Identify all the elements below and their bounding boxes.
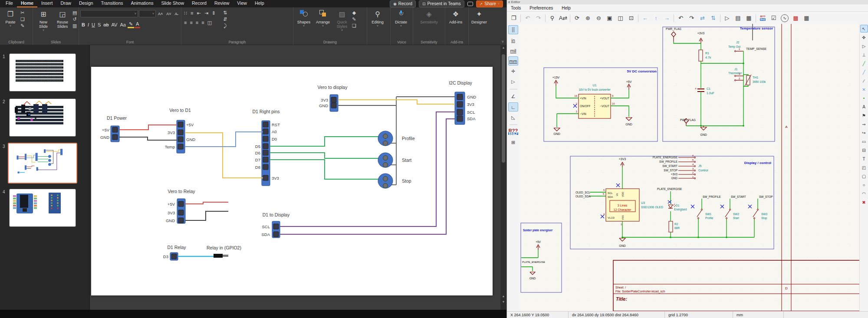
increase-indent-button[interactable]: ⇥ <box>203 10 210 16</box>
convert-smartart-button[interactable]: ⤸ <box>223 23 227 28</box>
clear-formatting-button[interactable]: A̶ <box>174 11 179 17</box>
line-spacing-button[interactable]: ⇕ <box>210 10 217 16</box>
nav-forward-icon[interactable]: → <box>661 13 672 23</box>
kicad-schematic-canvas[interactable]: 5V DC conversionTemperature sensorDispla… <box>519 24 860 311</box>
find-replace-icon[interactable]: A⇄ <box>558 13 569 23</box>
align-text-button[interactable]: ⇵ <box>223 17 227 22</box>
nav-back-icon[interactable]: ← <box>640 13 651 23</box>
hier-label-icon[interactable]: ↪ <box>860 129 868 137</box>
pcb-editor-icon[interactable]: ▩ <box>790 13 801 23</box>
textbox-icon[interactable]: ◰ <box>860 164 868 171</box>
zoom-out-icon[interactable]: ⊖ <box>593 13 604 23</box>
menu-preferences[interactable]: Preferences <box>529 6 553 10</box>
menu-help[interactable]: Help <box>562 6 571 10</box>
tab-design[interactable]: Design <box>75 0 97 7</box>
slide-4-thumbnail[interactable] <box>9 189 76 227</box>
tab-view[interactable]: View <box>233 0 251 7</box>
paste-icon[interactable]: ❐ <box>508 13 519 23</box>
shape-fill-icon[interactable]: ◆ <box>352 10 356 15</box>
tab-transitions[interactable]: Transitions <box>97 0 127 7</box>
hidden-pins-icon[interactable]: ▷ <box>508 77 518 86</box>
arrange-button[interactable]: Arrange˅ <box>314 9 332 38</box>
sheet-pin-icon[interactable]: ⊟ <box>860 146 868 154</box>
units-mm-icon[interactable]: mm <box>508 56 518 66</box>
font-name-combo[interactable]: ˅ <box>80 10 138 17</box>
shape-effects-icon[interactable]: ❏ <box>352 23 356 28</box>
draw-wire-icon[interactable]: ╱ <box>860 59 868 67</box>
tab-slide-show[interactable]: Slide Show <box>158 0 188 7</box>
align-center-button[interactable]: ≡ <box>188 20 194 26</box>
align-left-button[interactable]: ≡ <box>183 20 188 26</box>
undo-icon[interactable]: ↶ <box>522 13 533 23</box>
no-connect-icon[interactable]: ✕ <box>860 85 868 93</box>
designer-button[interactable]: ✦ Designer <box>470 9 488 38</box>
global-label-icon[interactable]: ⇒ <box>860 120 868 128</box>
justify-button[interactable]: ≡ <box>200 20 205 26</box>
hv-wires-icon[interactable]: ∟ <box>508 102 518 111</box>
grow-font-button[interactable]: A˄ <box>157 11 164 17</box>
bom-table-icon[interactable]: ▦ <box>801 13 812 23</box>
annotate-auto-icon[interactable]: R??R42 <box>508 128 518 137</box>
grid-visibility-icon[interactable]: ⣿ <box>508 25 518 34</box>
hier-sheet-icon[interactable]: ▭ <box>860 138 868 145</box>
format-painter-icon[interactable]: ✎ <box>20 23 25 28</box>
record-button[interactable]: ◉Record <box>390 0 416 7</box>
rotate-cw-icon[interactable]: ↷ <box>686 13 697 23</box>
net-label-icon[interactable]: A <box>860 103 868 111</box>
shape-outline-icon[interactable]: ✎ <box>352 17 356 22</box>
addins-button[interactable]: ❖ Add-ins <box>447 9 465 38</box>
columns-button[interactable]: ◫ <box>206 20 213 26</box>
tab-review[interactable]: Review <box>210 0 233 7</box>
font-size-combo[interactable]: ˅ <box>139 10 156 17</box>
menu-tools[interactable]: Tools <box>511 6 521 10</box>
share-button[interactable]: ↗Share˅ <box>476 0 503 7</box>
directive-label-icon[interactable]: ⚑ <box>860 111 868 119</box>
symbol-library-browser-icon[interactable]: ▤ <box>733 13 743 23</box>
italic-button[interactable]: I <box>86 22 90 28</box>
editing-button[interactable]: ⚲ Editing˅ <box>368 9 387 38</box>
bus-entry-icon[interactable]: ∕ <box>860 77 868 85</box>
redo-icon[interactable]: ↷ <box>533 13 544 23</box>
font-color-button[interactable]: A <box>135 21 140 28</box>
draw-bus-icon[interactable]: ╱ <box>860 68 868 76</box>
units-inches-icon[interactable]: in <box>508 36 518 45</box>
paste-button[interactable]: ❐ Paste˅ <box>1 9 20 38</box>
arc-icon[interactable]: ◠ <box>860 190 868 197</box>
reuse-slides-button[interactable]: ◲ Reuse Slides <box>53 9 72 38</box>
zoom-selection-icon[interactable]: ⊡ <box>626 13 637 23</box>
find-icon[interactable]: ⚲ <box>547 13 558 23</box>
place-symbol-icon[interactable]: ▷ <box>860 42 868 50</box>
slide-canvas[interactable]: D1 PowerVero to D1D1 Right pinsVero to d… <box>91 67 493 295</box>
slide-3-thumbnail-selected[interactable] <box>8 143 77 184</box>
junction-icon[interactable]: • <box>860 94 868 102</box>
nav-up-icon[interactable]: ↑ <box>651 13 661 23</box>
copy-icon[interactable]: ❏ <box>20 17 25 22</box>
bold-button[interactable]: B <box>80 22 86 28</box>
tab-animations[interactable]: Animations <box>127 0 158 7</box>
tab-record[interactable]: Record <box>188 0 210 7</box>
underline-button[interactable]: U <box>90 22 96 28</box>
bullets-button[interactable]: ∷ <box>183 10 188 16</box>
rotate-ccw-icon[interactable]: ↶ <box>675 13 686 23</box>
shrink-font-button[interactable]: A˅ <box>165 11 172 17</box>
mirror-h-icon[interactable]: ⇄ <box>697 13 708 23</box>
45deg-wires-icon[interactable]: ◺ <box>508 113 518 122</box>
tab-file[interactable]: File <box>2 0 17 7</box>
scrollbar-thumb[interactable] <box>502 54 505 163</box>
highlight-color-button[interactable]: ✎ <box>128 21 134 28</box>
rect-icon[interactable]: ▢ <box>860 172 868 180</box>
cut-icon[interactable]: ✂ <box>20 10 25 15</box>
change-case-button[interactable]: Aa <box>118 22 127 28</box>
sensitivity-button[interactable]: ◈ Sensitivity <box>420 9 438 38</box>
tab-draw[interactable]: Draw <box>56 0 75 7</box>
zoom-fit-objects-icon[interactable]: ◫ <box>615 13 626 23</box>
previous-slide-icon[interactable]: ▲ <box>500 294 506 298</box>
edit-symbol-icon[interactable]: ▷ <box>722 13 733 23</box>
zoom-fit-page-icon[interactable]: ▣ <box>604 13 615 23</box>
tab-insert[interactable]: Insert <box>37 0 56 7</box>
reset-slide-icon[interactable]: ↺ <box>72 17 77 22</box>
collapse-ribbon-button[interactable]: ˅ <box>502 39 504 44</box>
erc-icon[interactable]: ☑ <box>768 13 779 23</box>
text-icon[interactable]: T <box>860 155 868 163</box>
shapes-button[interactable]: Shapes˅ <box>295 9 313 38</box>
